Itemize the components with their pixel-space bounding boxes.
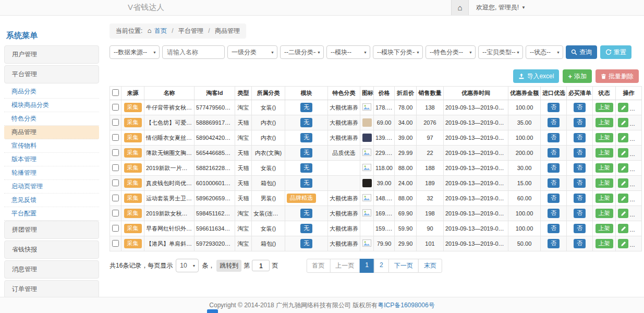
reset-button[interactable]: 重置 <box>600 45 631 59</box>
row-checkbox[interactable] <box>112 179 119 186</box>
jump-page-input[interactable] <box>252 260 270 271</box>
user-menu[interactable]: 欢迎您, 管理员! ▼ <box>469 0 533 15</box>
must-buy-badge[interactable]: 否 <box>574 103 586 112</box>
import-choice-badge[interactable]: 否 <box>548 118 560 127</box>
must-buy-badge[interactable]: 否 <box>574 178 586 187</box>
edit-button[interactable] <box>618 133 628 142</box>
status-badge[interactable]: 上架 <box>596 224 613 233</box>
must-buy-badge[interactable]: 否 <box>574 118 586 127</box>
import-choice-badge[interactable]: 否 <box>548 148 560 157</box>
sidebar-item-版本管理[interactable]: 版本管理 <box>4 153 99 166</box>
status-badge[interactable]: 上架 <box>596 178 613 187</box>
sidebar-group-消息管理[interactable]: 消息管理 <box>4 260 99 279</box>
add-button[interactable]: + 添加 <box>563 69 592 83</box>
import-choice-badge[interactable]: 否 <box>548 178 560 187</box>
must-buy-badge[interactable]: 否 <box>574 224 586 233</box>
row-checkbox[interactable] <box>112 195 119 201</box>
status-badge[interactable]: 上架 <box>596 103 613 112</box>
import-choice-badge[interactable]: 否 <box>548 103 560 112</box>
sidebar-item-商品分类[interactable]: 商品分类 <box>4 85 99 99</box>
row-checkbox[interactable] <box>112 164 119 171</box>
import-excel-button[interactable]: 导入excel <box>513 69 559 83</box>
filter-select-module-sub-category[interactable]: --模块下分类-- <box>373 46 422 58</box>
breadcrumb-home-link[interactable]: 首页 <box>154 27 167 34</box>
edit-button[interactable] <box>618 194 628 203</box>
filter-select-feature-category[interactable]: --特色分类-- <box>426 46 475 58</box>
import-choice-badge[interactable]: 否 <box>548 133 560 142</box>
must-buy-badge[interactable]: 否 <box>574 133 586 142</box>
row-checkbox[interactable] <box>112 149 119 156</box>
status-badge[interactable]: 上架 <box>596 239 613 248</box>
module-badge[interactable]: 无 <box>300 118 312 127</box>
row-checkbox[interactable] <box>112 240 119 247</box>
jump-button[interactable]: 跳转到 <box>216 260 241 272</box>
page-size-select[interactable]: 10 <box>176 259 198 272</box>
status-badge[interactable]: 上架 <box>596 163 613 172</box>
sidebar-group-用户管理[interactable]: 用户管理 <box>4 45 99 64</box>
filter-select-module[interactable]: --模块-- <box>327 46 370 58</box>
edit-button[interactable] <box>618 148 628 158</box>
filter-select-status[interactable]: --状态-- <box>526 46 563 58</box>
import-choice-badge[interactable]: 否 <box>548 209 560 218</box>
sidebar-group-省钱快报[interactable]: 省钱快报 <box>4 240 99 259</box>
module-badge[interactable]: 无 <box>300 163 312 172</box>
select-all-checkbox[interactable] <box>112 89 119 96</box>
row-checkbox[interactable] <box>112 119 119 126</box>
sidebar-item-特色分类[interactable]: 特色分类 <box>4 112 99 126</box>
icp-link[interactable]: 粤ICP备16098006号 <box>378 301 434 310</box>
name-search-input[interactable] <box>162 45 225 59</box>
import-choice-badge[interactable]: 否 <box>548 163 560 172</box>
search-button[interactable]: 查询 <box>566 45 597 59</box>
import-choice-badge[interactable]: 否 <box>548 224 560 233</box>
row-checkbox[interactable] <box>112 225 119 232</box>
page-button-末页[interactable]: 末页 <box>418 259 442 273</box>
import-choice-badge[interactable]: 否 <box>548 239 560 248</box>
page-button-1[interactable]: 1 <box>359 259 374 273</box>
page-button-2[interactable]: 2 <box>374 259 389 273</box>
edit-button[interactable] <box>618 118 628 127</box>
row-checkbox[interactable] <box>112 210 119 216</box>
page-button-首页[interactable]: 首页 <box>306 259 330 273</box>
must-buy-badge[interactable]: 否 <box>574 239 586 248</box>
sidebar-item-平台配置[interactable]: 平台配置 <box>4 207 99 221</box>
breadcrumb-item-platform[interactable]: 平台管理 <box>178 27 203 34</box>
sidebar-item-商品管理[interactable]: 商品管理 <box>4 126 99 139</box>
module-badge[interactable]: 无 <box>300 103 312 112</box>
module-badge[interactable]: 无 <box>300 178 312 187</box>
sidebar-item-宣传物料[interactable]: 宣传物料 <box>4 139 99 153</box>
import-choice-badge[interactable]: 否 <box>548 194 560 202</box>
module-badge[interactable]: 无 <box>300 239 312 248</box>
status-badge[interactable]: 上架 <box>596 133 613 142</box>
module-badge[interactable]: 无 <box>300 133 312 142</box>
sidebar-group-平台管理[interactable]: 平台管理 <box>4 65 99 83</box>
module-badge[interactable]: 无 <box>300 148 312 157</box>
batch-delete-button[interactable]: 批量删除 <box>596 69 639 83</box>
filter-select-level1-category[interactable]: 一级分类 <box>228 46 277 58</box>
home-button[interactable]: ⌂ <box>451 0 469 15</box>
module-badge[interactable]: 品牌精选 <box>287 194 316 202</box>
sidebar-group-订单管理[interactable]: 订单管理 <box>4 280 99 298</box>
row-checkbox[interactable] <box>112 104 119 111</box>
edit-button[interactable] <box>618 103 628 112</box>
sidebar-group-拼团管理[interactable]: 拼团管理 <box>4 221 99 239</box>
sidebar-item-启动页管理[interactable]: 启动页管理 <box>4 180 99 194</box>
status-badge[interactable]: 上架 <box>596 194 613 202</box>
sidebar-item-模块商品分类[interactable]: 模块商品分类 <box>4 99 99 112</box>
edit-button[interactable] <box>618 239 628 248</box>
status-badge[interactable]: 上架 <box>596 148 613 157</box>
filter-select-item-type[interactable]: --宝贝类型-- <box>479 46 523 58</box>
sidebar-item-轮播管理[interactable]: 轮播管理 <box>4 166 99 180</box>
edit-button[interactable] <box>618 178 628 188</box>
must-buy-badge[interactable]: 否 <box>574 209 586 218</box>
must-buy-badge[interactable]: 否 <box>574 148 586 157</box>
edit-button[interactable] <box>618 163 628 173</box>
edit-button[interactable] <box>618 209 628 218</box>
filter-select-level2-category[interactable]: --二级分类-- <box>281 46 323 58</box>
module-badge[interactable]: 无 <box>300 209 312 218</box>
row-checkbox[interactable] <box>112 134 119 141</box>
must-buy-badge[interactable]: 否 <box>574 163 586 172</box>
filter-select-data-source[interactable]: --数据来源-- <box>110 46 159 58</box>
status-badge[interactable]: 上架 <box>596 209 613 218</box>
breadcrumb-item-products[interactable]: 商品管理 <box>215 27 240 34</box>
module-badge[interactable]: 无 <box>300 224 312 233</box>
